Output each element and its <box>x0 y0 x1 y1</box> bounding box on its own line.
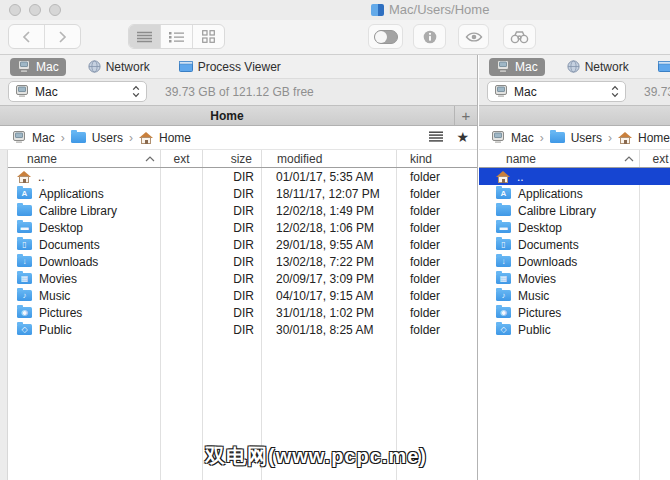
table-row[interactable]: AApplicationsDIR18/11/17, 12:07 PMfolder <box>0 185 477 202</box>
tab-network[interactable]: Network <box>81 58 157 76</box>
tab-process-viewer[interactable]: Process Viewer <box>651 58 670 76</box>
cell-modified: 30/01/18, 8:25 AM <box>262 321 397 338</box>
table-row[interactable]: ↓DownloadsDIR13/02/18, 7:22 PMfolder <box>479 253 670 270</box>
zoom-window-button[interactable] <box>49 4 61 16</box>
pictures-folder-icon: ◉ <box>17 307 32 318</box>
folder-icon <box>71 132 86 143</box>
music-folder-icon: ♪ <box>17 290 32 301</box>
column-header-label: size <box>231 152 252 166</box>
pane-tab-bar: MacNetworkProcess Viewer <box>479 55 670 79</box>
back-button[interactable] <box>9 25 44 48</box>
table-row[interactable]: ▬DesktopDIR12/02/18, 1:06 PMfolder <box>0 219 477 236</box>
table-row[interactable]: Calibre LibraryDIR12/02/18, 1:49 PMfolde… <box>479 202 670 219</box>
table-row[interactable]: ▯DocumentsDIR29/01/18, 9:55 AMfolder <box>479 236 670 253</box>
file-name: Public <box>39 323 72 337</box>
table-body: ..DIR01/01/17, 5:35 AMfolderAApplication… <box>479 168 670 480</box>
scrollbar-track[interactable] <box>0 150 8 480</box>
updown-chevrons-icon <box>611 85 619 98</box>
file-name: Music <box>518 289 549 303</box>
folder-tab-home[interactable]: Home <box>479 106 670 125</box>
cell-ext <box>640 185 670 202</box>
cell-name: AApplications <box>0 185 161 202</box>
column-header-kind[interactable]: kind <box>397 150 477 167</box>
column-header-name[interactable]: name <box>0 150 161 167</box>
breadcrumb-label: Home <box>638 131 670 145</box>
list-view-button[interactable] <box>129 25 160 48</box>
table-row[interactable]: AApplicationsDIR18/11/17, 12:07 PMfolder <box>479 185 670 202</box>
tab-label: Process Viewer <box>198 60 281 74</box>
close-window-button[interactable] <box>9 4 21 16</box>
search-button[interactable] <box>503 24 536 49</box>
file-name: Music <box>39 289 70 303</box>
cell-name: ◉Pictures <box>0 304 161 321</box>
info-button[interactable] <box>413 24 446 49</box>
breadcrumb-item-home[interactable]: Home <box>139 131 191 145</box>
public-folder-icon: ◇ <box>496 324 511 335</box>
file-pane-right: MacNetworkProcess ViewerMac39.73 GB of 1… <box>479 55 670 480</box>
star-button[interactable]: ★ <box>456 130 469 145</box>
detail-view-button[interactable] <box>160 25 192 48</box>
grid-icon <box>202 30 215 43</box>
new-tab-button[interactable]: + <box>455 106 477 125</box>
breadcrumb-item-mac[interactable]: Mac <box>491 131 534 145</box>
table-row[interactable]: ◇PublicDIR30/01/18, 8:25 AMfolder <box>479 321 670 338</box>
list-menu-button[interactable] <box>429 131 443 145</box>
table-row[interactable]: ◉PicturesDIR31/01/18, 1:02 PMfolder <box>479 304 670 321</box>
tab-process-viewer[interactable]: Process Viewer <box>172 58 288 76</box>
folder-tab-home[interactable]: Home <box>0 106 455 125</box>
breadcrumb-item-mac[interactable]: Mac <box>12 131 55 145</box>
eye-icon <box>465 31 483 43</box>
view-mode-segmented-control <box>128 24 225 49</box>
table-row[interactable]: ▦MoviesDIR20/09/17, 3:09 PMfolder <box>479 270 670 287</box>
cell-kind: folder <box>397 253 477 270</box>
cell-name: ◇Public <box>0 321 161 338</box>
cell-ext <box>640 304 670 321</box>
file-name: .. <box>38 170 45 184</box>
grid-view-button[interactable] <box>192 25 224 48</box>
window-title-icon <box>371 4 384 16</box>
forward-button[interactable] <box>44 25 80 48</box>
cell-ext <box>640 236 670 253</box>
table-row[interactable]: ♪MusicDIR04/10/17, 9:15 AMfolder <box>0 287 477 304</box>
breadcrumb-item-users[interactable]: Users <box>550 131 602 145</box>
cell-kind: folder <box>397 304 477 321</box>
cell-size: DIR <box>203 321 262 338</box>
cell-size: DIR <box>203 236 262 253</box>
plus-icon: + <box>462 108 471 123</box>
table-row[interactable]: ♪MusicDIR04/10/17, 9:15 AMfolder <box>479 287 670 304</box>
table-row[interactable]: ..DIR01/01/17, 5:35 AMfolder <box>479 168 670 185</box>
column-header-size[interactable]: size <box>203 150 262 167</box>
column-header-label: kind <box>410 152 432 166</box>
breadcrumb-item-home[interactable]: Home <box>618 131 670 145</box>
table-row[interactable]: ▦MoviesDIR20/09/17, 3:09 PMfolder <box>0 270 477 287</box>
minimize-window-button[interactable] <box>29 4 41 16</box>
tab-network[interactable]: Network <box>560 58 636 76</box>
column-header-ext[interactable]: ext <box>161 150 203 167</box>
table-row[interactable]: Calibre LibraryDIR12/02/18, 1:49 PMfolde… <box>0 202 477 219</box>
tab-mac[interactable]: Mac <box>10 58 66 76</box>
column-header-ext[interactable]: ext <box>640 150 670 167</box>
table-row[interactable]: ▬DesktopDIR12/02/18, 1:06 PMfolder <box>479 219 670 236</box>
tab-label: Network <box>585 60 629 74</box>
column-header-modified[interactable]: modified <box>262 150 397 167</box>
breadcrumb-item-users[interactable]: Users <box>71 131 123 145</box>
table-row[interactable]: ◉PicturesDIR31/01/18, 1:02 PMfolder <box>0 304 477 321</box>
process-window-icon <box>179 61 193 72</box>
cell-ext <box>640 168 670 185</box>
cell-kind: folder <box>397 202 477 219</box>
table-row[interactable]: ▯DocumentsDIR29/01/18, 9:55 AMfolder <box>0 236 477 253</box>
drive-select[interactable]: Mac <box>487 81 626 102</box>
toggle-button[interactable] <box>368 24 403 49</box>
table-row[interactable]: ◇PublicDIR30/01/18, 8:25 AMfolder <box>0 321 477 338</box>
free-space-text: 39.73 GB of 121.12 GB free <box>165 85 314 99</box>
table-row[interactable]: ..DIR01/01/17, 5:35 AMfolder <box>0 168 477 185</box>
cell-ext <box>640 321 670 338</box>
table-row[interactable]: ↓DownloadsDIR13/02/18, 7:22 PMfolder <box>0 253 477 270</box>
breadcrumb-label: Mac <box>32 131 55 145</box>
documents-folder-icon: ▯ <box>496 239 511 250</box>
preview-button[interactable] <box>458 24 489 49</box>
column-header-name[interactable]: name <box>479 150 640 167</box>
drive-select[interactable]: Mac <box>8 81 147 102</box>
tab-mac[interactable]: Mac <box>489 58 545 76</box>
column-header-label: ext <box>173 152 189 166</box>
